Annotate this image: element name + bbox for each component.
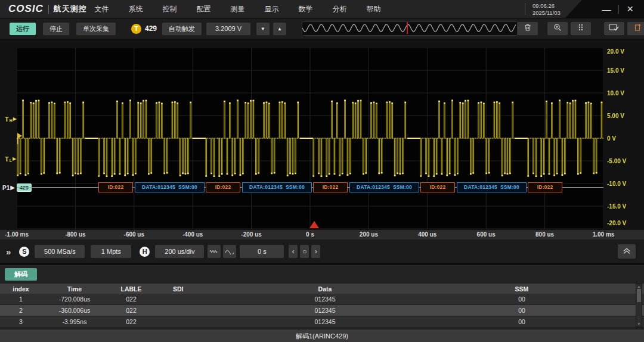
clock-divider (525, 3, 525, 15)
trigger-position-marker[interactable] (309, 221, 319, 228)
stop-button[interactable]: 停止 (43, 23, 69, 35)
column-header-1: Time (42, 285, 107, 293)
table-row[interactable]: 2-360.006us02201234500 (0, 305, 644, 316)
single-acquire-button[interactable]: 单次采集 (76, 23, 116, 35)
th-marker-icon[interactable]: ▶ (13, 117, 17, 122)
tl-marker-icon[interactable]: ▶ (13, 157, 16, 161)
cell-ssm: 00 (400, 296, 644, 303)
time-tick: 800 us (535, 231, 554, 238)
menu-item-7[interactable]: 数学 (289, 4, 323, 14)
table-row[interactable]: 1-720.008us02201234500 (0, 294, 644, 305)
voltage-axis: 20.0 V15.0 V10.0 V5.00 V0 V-5.00 V-10.0 … (605, 39, 643, 230)
decode-data-box: DATA:012345 SSM:00 (349, 182, 419, 192)
voltage-tick: -5.00 V (607, 158, 626, 164)
waveform-display[interactable]: ID:022DATA:012345 SSM:00ID:022DATA:01234… (17, 48, 603, 229)
decode-id-box: ID:022 (206, 182, 240, 192)
menu-item-4[interactable]: 配置 (187, 4, 221, 14)
memory-depth-button[interactable]: 1 Mpts (91, 245, 131, 258)
time-axis: -1.00 ms-800 us-600 us-400 us-200 us0 s2… (0, 230, 644, 240)
zoom-out-wave-button[interactable] (208, 245, 221, 258)
th-sub: H (10, 119, 13, 123)
menu-item-8[interactable]: 分析 (323, 4, 357, 14)
time-tick: -200 us (241, 231, 261, 238)
cell-lable: 022 (107, 318, 155, 325)
level-up-button[interactable]: ▲ (273, 23, 286, 35)
decode-panel: 解码 indexTimeLABLESDIDataSSM 1-720.008us0… (0, 264, 644, 342)
time-tick: 200 us (360, 231, 378, 238)
voltage-tick: 15.0 V (607, 67, 624, 74)
record-button[interactable] (627, 22, 644, 35)
table-header: indexTimeLABLESDIDataSSM (0, 284, 644, 294)
minimize-button[interactable]: — (599, 5, 613, 14)
sample-rate-button[interactable]: 500 MSa/s (35, 245, 85, 258)
horizontal-position-field[interactable]: 0 s (240, 245, 284, 258)
decode-data-box: DATA:012345 SSM:00 (135, 182, 205, 192)
menu-item-1[interactable]: 文件 (85, 4, 119, 14)
menu-item-5[interactable]: 测量 (221, 4, 255, 14)
bus-429-badge[interactable]: 429 (17, 184, 32, 192)
column-header-3: SDI (155, 285, 250, 293)
level-down-button[interactable]: ▼ (256, 23, 270, 35)
record-icon (633, 23, 642, 34)
column-header-4: Data (250, 285, 400, 293)
table-row[interactable]: 3-3.995ns02201234500 (0, 316, 644, 328)
horizontal-icon: H (140, 247, 150, 257)
clear-trash-button[interactable] (518, 22, 538, 35)
brand: COSIC 航天测控 (8, 0, 87, 18)
nav-prev-button[interactable]: ‹ (289, 245, 298, 258)
expand-panel-icon[interactable]: » (6, 247, 11, 257)
waveform-preview-strip[interactable] (302, 21, 518, 36)
menu-item-3[interactable]: 控制 (153, 4, 187, 14)
magnifier-icon (553, 23, 562, 34)
voltage-tick: -10.0 V (607, 181, 626, 187)
cell-index: 2 (0, 307, 42, 314)
tl-main: T (5, 156, 9, 163)
decode-data-box: DATA:012345 SSM:00 (242, 182, 312, 192)
screenshot-button[interactable] (604, 22, 624, 35)
voltage-tick: -20.0 V (607, 220, 626, 226)
acquisition-toolbar: 运行 停止 单次采集 T 429 自动触发 3.2009 V ▼ ▲ (0, 18, 644, 39)
scroll-up-icon[interactable]: ▲ (636, 285, 642, 288)
voltage-tick: 10.0 V (607, 90, 624, 97)
menu-item-9[interactable]: 帮助 (357, 4, 391, 14)
decode-data-box: DATA:012345 SSM:00 (457, 182, 527, 192)
cursors-button[interactable] (571, 22, 591, 35)
decode-tab[interactable]: 解码 (5, 268, 37, 281)
zoom-in-wave-button[interactable] (223, 245, 236, 258)
sample-icon: S (19, 247, 29, 257)
column-header-0: index (0, 285, 42, 293)
trigger-level-flag-icon[interactable] (17, 133, 22, 139)
decode-tab-row: 解码 (0, 265, 644, 284)
cell-time: -720.008us (42, 296, 107, 303)
trigger-mode-button[interactable]: 自动触发 (162, 23, 202, 35)
menu-item-2[interactable]: 系统 (119, 4, 153, 14)
brand-divider (48, 5, 49, 14)
run-button[interactable]: 运行 (10, 23, 36, 35)
p1-text: P1 (2, 185, 10, 191)
column-header-2: LABLE (107, 285, 155, 293)
timebase-button[interactable]: 200 us/div (155, 245, 204, 258)
collapse-panel-button[interactable] (618, 244, 636, 259)
table-scrollbar[interactable]: ▲ ▼ (636, 284, 642, 327)
trigger-level-value[interactable]: 3.2009 V (206, 23, 250, 35)
decode-table: indexTimeLABLESDIDataSSM 1-720.008us0220… (0, 284, 644, 328)
voltage-tick: 20.0 V (607, 48, 624, 55)
nav-next-button[interactable]: › (311, 245, 320, 258)
horizontal-bar: » S 500 MSa/s 1 Mpts H 200 us/div 0 s ‹ … (0, 240, 644, 264)
time-tick: 600 us (477, 231, 496, 238)
scroll-thumb[interactable] (637, 289, 641, 302)
zoom-button[interactable] (547, 22, 568, 35)
nav-zero-button[interactable]: ○ (300, 245, 309, 258)
decode-id-box: ID:022 (313, 182, 348, 192)
decoder-footer-bar: 解码1(ARINC429) (0, 329, 644, 342)
cell-data: 012345 (250, 318, 400, 325)
decode-id-box: ID:022 (98, 182, 133, 192)
voltage-tick: -15.0 V (607, 203, 626, 210)
menu-item-6[interactable]: 显示 (255, 4, 289, 14)
scroll-down-icon[interactable]: ▼ (636, 322, 642, 326)
close-button[interactable]: × (624, 4, 636, 14)
p1-marker-icon[interactable]: ▶ (10, 185, 15, 191)
trash-icon (524, 23, 532, 34)
clock-date: 2025/11/03 (532, 10, 561, 17)
scope-display-area: ID:022DATA:012345 SSM:00ID:022DATA:01234… (0, 39, 644, 240)
